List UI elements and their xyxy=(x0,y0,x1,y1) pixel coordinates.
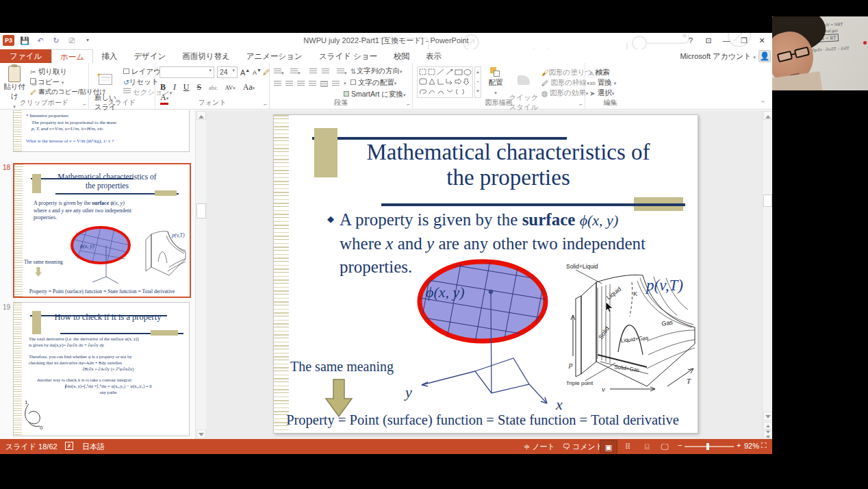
minimize-button[interactable]: — xyxy=(717,33,735,48)
select-button[interactable]: ➤ 選択▾ xyxy=(589,88,614,98)
text-direction-button[interactable]: ⇅文字列の方向▾ xyxy=(350,66,403,76)
y-axis-label: y xyxy=(405,384,412,401)
slide-counter[interactable]: スライド 18/62 xyxy=(5,442,58,452)
reset-button[interactable]: ↺リセット xyxy=(123,77,159,87)
slideshow-view-button[interactable]: 🖵 xyxy=(656,440,674,453)
justify-button[interactable] xyxy=(309,81,316,87)
collapse-ribbon-icon[interactable]: ⌃ xyxy=(760,100,765,107)
font-name-input[interactable]: ▾ xyxy=(159,66,214,78)
tab-file[interactable]: ファイル xyxy=(0,49,51,63)
ribbon-display-options-button[interactable]: ⊡ xyxy=(700,33,717,48)
brush-icon: 🖉 xyxy=(30,88,37,96)
numbering-button[interactable]: ▾ xyxy=(290,68,301,76)
tab-transitions[interactable]: 画面切り替え xyxy=(174,49,238,63)
layout-icon xyxy=(123,68,129,74)
drawing-dialog-launcher[interactable]: ⌐ xyxy=(579,101,583,108)
italic-button[interactable]: I xyxy=(173,82,176,92)
distribute-button[interactable] xyxy=(320,81,328,87)
tab-insert[interactable]: 挿入 xyxy=(93,49,125,63)
fit-slide-to-window-button[interactable]: ⛶ xyxy=(761,441,767,450)
group-slides: ✦ 新しい スライド▾ レイアウト▾ ↺リセット セクション▾ スライド xyxy=(89,63,155,109)
grow-font-button[interactable]: A▲ xyxy=(240,68,250,77)
main-scrollbar[interactable] xyxy=(762,110,772,439)
line-spacing-button[interactable]: ▾ xyxy=(337,68,347,76)
align-right-button[interactable] xyxy=(297,81,305,87)
zoom-slider-thumb[interactable] xyxy=(706,443,709,450)
tab-animations[interactable]: アニメーション xyxy=(238,49,311,63)
align-center-button[interactable] xyxy=(285,81,293,87)
char-spacing-button[interactable]: AV▾ xyxy=(225,84,235,91)
shape-effects-icon: ◍ xyxy=(541,89,548,97)
zoom-out-button[interactable]: − xyxy=(678,441,682,449)
zoom-level[interactable]: 92% xyxy=(744,442,759,450)
pvt-title: p(v,T) xyxy=(646,277,683,294)
replace-button[interactable]: ab 置換 ▾ xyxy=(589,78,616,88)
clear-formatting-button[interactable]: 🖉 xyxy=(263,68,270,76)
thumb19-line: any paths xyxy=(29,389,188,395)
scroll-up-button[interactable] xyxy=(196,111,206,120)
scroll-down-button[interactable] xyxy=(196,429,206,438)
scrollbar-thumb[interactable] xyxy=(196,203,206,218)
previous-slide-button[interactable] xyxy=(763,422,772,429)
tab-design[interactable]: デザイン xyxy=(125,49,174,63)
tab-view[interactable]: 表示 xyxy=(418,49,450,63)
shapes-gallery[interactable] xyxy=(417,66,473,98)
spellcheck-icon[interactable]: ✗ xyxy=(65,442,73,450)
bold-button[interactable]: B xyxy=(160,82,166,92)
help-button[interactable]: ? xyxy=(682,33,700,48)
shrink-font-button[interactable]: A▼ xyxy=(253,68,261,76)
scrollbar-thumb[interactable] xyxy=(763,195,772,207)
shape-outline-button[interactable]: 🖉 図形の枠線▾ xyxy=(541,78,589,88)
next-slide-button[interactable] xyxy=(763,430,772,438)
increase-indent-button[interactable] xyxy=(322,68,329,76)
copy-button[interactable]: コピー ▾ xyxy=(30,77,64,87)
arrange-button[interactable]: 配置▾ xyxy=(484,67,507,96)
avatar[interactable]: 👤 xyxy=(758,50,771,62)
restore-button[interactable]: ❐ xyxy=(735,33,753,48)
slide-18-thumbnail[interactable]: Mathematical characteristics of the prop… xyxy=(13,163,191,298)
underline-button[interactable]: U xyxy=(183,82,190,92)
align-text-button[interactable]: 文字の配置▾ xyxy=(350,78,396,88)
paragraph-dialog-launcher[interactable]: ⌐ xyxy=(407,101,410,108)
text-shadow-button[interactable]: abc xyxy=(209,84,218,91)
normal-view-button[interactable]: ▣ xyxy=(600,440,617,453)
whiteboard-formula: pV = NRT xyxy=(824,21,843,27)
font-size-input[interactable]: 24 ▾ xyxy=(217,66,238,78)
slide-canvas[interactable]: Mathematical characteristics of the prop… xyxy=(273,114,698,434)
change-case-button[interactable]: Aa▾ xyxy=(243,82,255,92)
thumb18-title-line1: Mathematical characteristics of xyxy=(34,173,181,181)
account-dropdown-icon[interactable]: ▾ xyxy=(753,55,756,60)
shapes-gallery-scroll[interactable]: ▲▪▼ xyxy=(474,66,481,98)
slide-19-thumbnail[interactable]: How to check if it is a property The tot… xyxy=(13,302,190,436)
decrease-indent-button[interactable] xyxy=(309,68,317,76)
thumbnail-pane-scrollbar[interactable] xyxy=(195,110,206,439)
find-button[interactable]: ⌕ 検索 xyxy=(589,68,610,77)
scroll-down-button[interactable] xyxy=(763,412,772,421)
slide-sorter-view-button[interactable]: ⠿ xyxy=(619,440,637,453)
tab-home[interactable]: ホーム xyxy=(51,49,93,63)
tab-review[interactable]: 校閲 xyxy=(385,49,418,63)
pvt-p-axis-label: p xyxy=(568,360,573,368)
zoom-in-button[interactable]: + xyxy=(737,441,741,449)
font-dialog-launcher[interactable]: ⌐ xyxy=(264,101,267,108)
close-button[interactable]: ✕ xyxy=(753,33,771,48)
shape-effects-button[interactable]: ◍ 図形の効果▾ xyxy=(541,88,588,98)
comments-button[interactable]: 🗨 コメント xyxy=(563,442,603,452)
zoom-slider[interactable] xyxy=(685,446,734,447)
cut-button[interactable]: ✂ 切り取り xyxy=(30,67,67,77)
slide-17-thumbnail[interactable]: * Intensive properties: The property not… xyxy=(13,110,190,152)
account-label[interactable]: Microsoft アカウント xyxy=(680,52,751,60)
scroll-up-button[interactable] xyxy=(763,111,772,120)
notes-button[interactable]: ≑ ノート xyxy=(524,442,555,452)
reading-view-button[interactable]: ⌺ xyxy=(638,440,656,453)
bullets-button[interactable]: ▾ xyxy=(274,68,284,76)
indent-right-icon xyxy=(322,68,329,75)
columns-button[interactable] xyxy=(332,81,340,87)
language-indicator[interactable]: 日本語 xyxy=(82,442,105,452)
clipboard-icon xyxy=(8,66,21,82)
tab-slideshow[interactable]: スライド ショー xyxy=(311,49,385,63)
clipboard-dialog-launcher[interactable]: ⌐ xyxy=(83,101,86,108)
strikethrough-button[interactable]: S xyxy=(196,82,201,92)
window-title: NWPU july 2022-Part1 [互換モード] - PowerPoin… xyxy=(0,36,772,46)
align-left-button[interactable] xyxy=(274,81,281,87)
